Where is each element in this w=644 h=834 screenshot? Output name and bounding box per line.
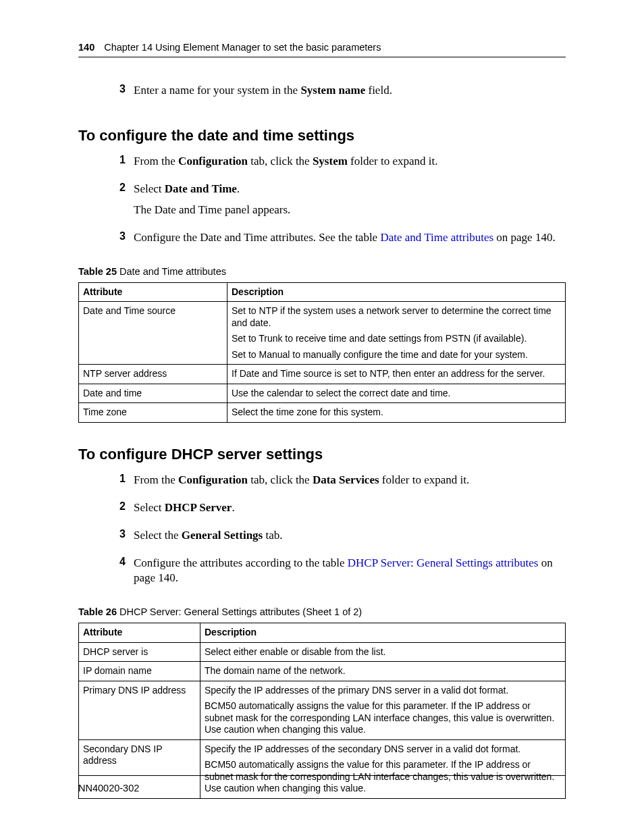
step-text: Configure the Date and Time attributes. … [134, 231, 380, 244]
document-id: NN40020-302 [78, 783, 139, 793]
cross-reference-link[interactable]: Date and Time attributes [380, 231, 493, 244]
step-text: . [237, 182, 240, 195]
bold-term: Data Services [313, 473, 379, 486]
table-dhcp-general-settings: Attribute Description DHCP server is Sel… [78, 623, 566, 799]
bold-term: Date and Time [165, 182, 237, 195]
table-row: Time zone Select the time zone for this … [79, 403, 566, 423]
desc-cell: The domain name of the network. [200, 662, 566, 681]
desc-text: Set to Manual to manually configure the … [232, 349, 561, 361]
desc-cell: Select the time zone for this system. [227, 403, 566, 423]
chapter-title: Chapter 14 Using Element Manager to set … [104, 42, 381, 53]
table-number: Table 26 [78, 606, 117, 617]
desc-text: Specify the IP addresses of the primary … [205, 685, 561, 697]
step-text: tab, click the [248, 155, 313, 167]
desc-text: If Date and Time source is set to NTP, t… [232, 368, 561, 380]
desc-text: BCM50 automatically assigns the value fo… [205, 700, 561, 736]
desc-cell: Set to NTP if the system uses a network … [227, 302, 566, 365]
attr-cell: NTP server address [79, 365, 227, 384]
step-text: on page 140. [493, 231, 556, 244]
table-row: NTP server address If Date and Time sour… [79, 365, 566, 384]
step-body: Select Date and Time. The Date and Time … [134, 182, 566, 224]
attr-cell: DHCP server is [79, 642, 200, 662]
attr-cell: Time zone [79, 403, 227, 423]
bold-term: DHCP Server [165, 501, 232, 514]
step-number: 2 [107, 500, 134, 521]
desc-cell: Select either enable or disable from the… [200, 642, 566, 662]
step-result: The Date and Time panel appears. [134, 203, 566, 218]
column-header: Description [227, 282, 566, 302]
attr-cell: IP domain name [79, 662, 200, 681]
step-item: 1 From the Configuration tab, click the … [107, 473, 566, 494]
desc-text: Set to NTP if the system uses a network … [232, 305, 561, 329]
page-footer: NN40020-302 [78, 775, 566, 793]
table-number: Table 25 [78, 266, 117, 277]
step-number: 3 [107, 528, 134, 549]
step-number: 3 [107, 83, 134, 104]
desc-text: Set to Trunk to receive time and date se… [232, 333, 561, 345]
table-row: Date and Time source Set to NTP if the s… [79, 302, 566, 365]
attr-cell: Date and Time source [79, 302, 227, 365]
section-heading: To configure the date and time settings [78, 127, 566, 145]
step-text: . [232, 501, 234, 514]
step-body: From the Configuration tab, click the Da… [134, 473, 566, 494]
desc-text: Use the calendar to select the correct d… [232, 388, 561, 400]
desc-cell: If Date and Time source is set to NTP, t… [227, 365, 566, 384]
step-item: 2 Select DHCP Server. [107, 500, 566, 521]
field-name: System name [300, 84, 365, 97]
desc-text: Specify the IP addresses of the secondar… [205, 744, 561, 756]
attr-cell: Primary DNS IP address [79, 681, 200, 739]
cross-reference-link[interactable]: DHCP Server: General Settings attributes [348, 556, 539, 569]
step-body: Enter a name for your system in the Syst… [134, 83, 566, 104]
step-item: 3 Configure the Date and Time attributes… [107, 230, 566, 251]
bold-term: General Settings [182, 529, 263, 542]
bold-term: Configuration [178, 155, 248, 167]
desc-cell: Use the calendar to select the correct d… [227, 384, 566, 403]
step-text: tab, click the [248, 473, 313, 486]
page-number: 140 [78, 42, 95, 53]
step-text: Select [134, 501, 165, 514]
attr-cell: Date and time [79, 384, 227, 403]
step-body: Configure the attributes according to th… [134, 556, 566, 592]
step-body: From the Configuration tab, click the Sy… [134, 154, 566, 175]
step-item: 4 Configure the attributes according to … [107, 556, 566, 592]
step-item: 2 Select Date and Time. The Date and Tim… [107, 182, 566, 224]
table-row: Date and time Use the calendar to select… [79, 384, 566, 403]
bold-term: Configuration [178, 473, 248, 486]
table-caption: Table 25 Date and Time attributes [78, 266, 566, 277]
table-row: Primary DNS IP address Specify the IP ad… [79, 681, 566, 739]
column-header: Attribute [79, 623, 200, 643]
step-item: 1 From the Configuration tab, click the … [107, 154, 566, 175]
table-row: IP domain name The domain name of the ne… [79, 662, 566, 681]
step-text: folder to expand it. [379, 473, 470, 486]
desc-text: Select the time zone for this system. [232, 407, 561, 419]
step-number: 2 [107, 182, 134, 224]
step-number: 4 [107, 556, 134, 592]
table-date-time-attributes: Attribute Description Date and Time sour… [78, 282, 566, 423]
desc-cell: Specify the IP addresses of the primary … [200, 681, 566, 739]
step-text: folder to expand it. [348, 155, 438, 167]
column-header: Attribute [79, 282, 227, 302]
step-number: 3 [107, 230, 134, 251]
step-number: 1 [107, 473, 134, 494]
step-item: 3 Enter a name for your system in the Sy… [107, 83, 566, 104]
table-caption: Table 26 DHCP Server: General Settings a… [78, 606, 566, 617]
step-text: From the [134, 473, 178, 486]
step-text: Enter a name for your system in the [134, 84, 300, 97]
table-title: Date and Time attributes [117, 266, 226, 277]
section-heading: To configure DHCP server settings [78, 446, 566, 463]
step-text: Select the [134, 529, 182, 542]
step-text: tab. [263, 529, 282, 542]
table-row: DHCP server is Select either enable or d… [79, 642, 566, 662]
desc-text: Select either enable or disable from the… [205, 646, 561, 658]
step-number: 1 [107, 154, 134, 175]
column-header: Description [200, 623, 566, 643]
step-body: Configure the Date and Time attributes. … [134, 230, 566, 251]
bold-term: System [313, 155, 348, 167]
step-body: Select DHCP Server. [134, 500, 566, 521]
step-text: Configure the attributes according to th… [134, 556, 348, 569]
step-text: From the [134, 155, 178, 167]
desc-text: The domain name of the network. [205, 665, 561, 677]
step-text: Select [134, 182, 165, 195]
step-text: field. [365, 84, 392, 97]
step-item: 3 Select the General Settings tab. [107, 528, 566, 549]
